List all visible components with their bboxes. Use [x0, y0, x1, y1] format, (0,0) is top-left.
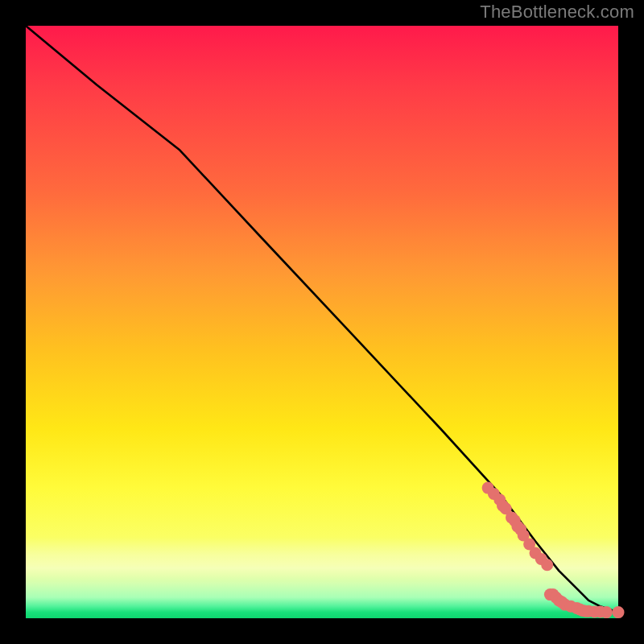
- scatter-point: [613, 606, 625, 618]
- plot-area: [26, 26, 618, 618]
- chart-frame: TheBottleneck.com: [0, 0, 644, 644]
- scatter-point: [601, 606, 613, 618]
- chart-overlay: [26, 26, 618, 618]
- watermark-text: TheBottleneck.com: [480, 2, 634, 23]
- chart-line: [26, 26, 618, 613]
- scatter-point: [541, 559, 553, 571]
- chart-scatter-points: [482, 482, 625, 619]
